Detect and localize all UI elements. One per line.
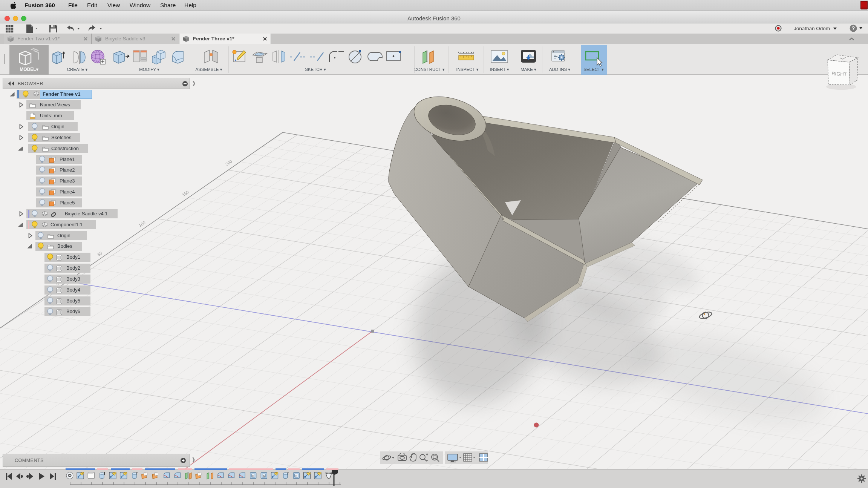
svg-text:?: ?	[852, 25, 855, 31]
svg-text:200: 200	[225, 159, 233, 167]
svg-text:100: 100	[138, 220, 146, 228]
svg-text:150: 150	[181, 190, 190, 197]
svg-text:50: 50	[96, 251, 103, 257]
svg-text:RIGHT: RIGHT	[831, 71, 847, 77]
